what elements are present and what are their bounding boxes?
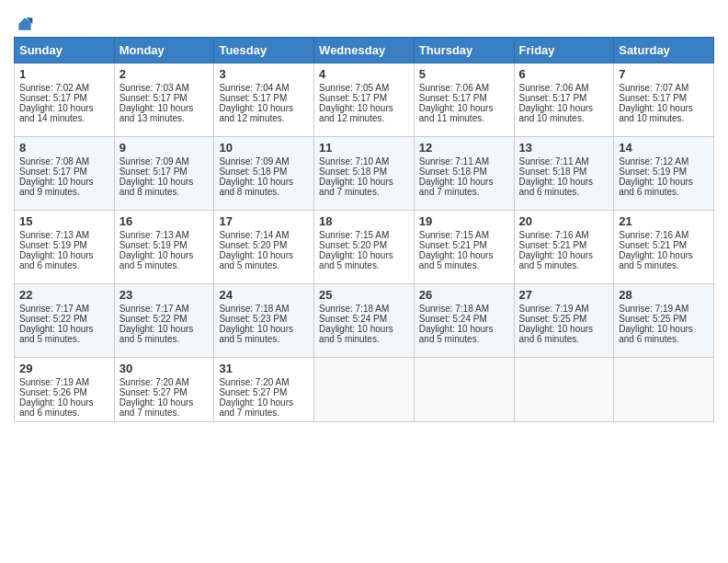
sunset-text: Sunset: 5:24 PM [319,314,409,324]
day-number: 1 [19,67,109,81]
sunrise-text: Sunrise: 7:03 AM [119,83,210,93]
calendar-cell: 11Sunrise: 7:10 AMSunset: 5:18 PMDayligh… [314,137,415,211]
calendar-cell: 3Sunrise: 7:04 AMSunset: 5:17 PMDaylight… [214,63,314,137]
calendar-week-row: 1Sunrise: 7:02 AMSunset: 5:17 PMDaylight… [15,63,714,137]
calendar-cell: 15Sunrise: 7:13 AMSunset: 5:19 PMDayligh… [15,211,115,284]
calendar-cell: 22Sunrise: 7:17 AMSunset: 5:22 PMDayligh… [15,284,115,358]
calendar-cell [614,358,714,422]
day-number: 26 [419,288,509,302]
daylight-text: Daylight: 10 hours and 8 minutes. [219,177,309,197]
day-number: 9 [119,141,210,155]
sunrise-text: Sunrise: 7:17 AM [19,304,109,314]
daylight-text: Daylight: 10 hours and 12 minutes. [219,103,309,123]
calendar-week-row: 22Sunrise: 7:17 AMSunset: 5:22 PMDayligh… [15,284,714,358]
calendar-cell: 7Sunrise: 7:07 AMSunset: 5:17 PMDaylight… [614,63,714,137]
sunrise-text: Sunrise: 7:18 AM [419,304,509,314]
daylight-text: Daylight: 10 hours and 5 minutes. [219,250,309,270]
sunset-text: Sunset: 5:17 PM [19,93,109,103]
day-number: 22 [19,288,109,302]
daylight-text: Daylight: 10 hours and 5 minutes. [119,250,210,270]
sunrise-text: Sunrise: 7:19 AM [619,304,709,314]
day-number: 21 [619,214,709,228]
daylight-text: Daylight: 10 hours and 11 minutes. [419,103,509,123]
calendar-cell: 19Sunrise: 7:15 AMSunset: 5:21 PMDayligh… [414,211,514,284]
logo-icon [16,15,34,33]
sunset-text: Sunset: 5:27 PM [219,387,309,397]
sunrise-text: Sunrise: 7:18 AM [219,304,309,314]
sunset-text: Sunset: 5:19 PM [119,240,210,250]
sunrise-text: Sunrise: 7:16 AM [619,230,709,240]
daylight-text: Daylight: 10 hours and 6 minutes. [519,324,609,344]
sunset-text: Sunset: 5:18 PM [319,167,409,177]
daylight-text: Daylight: 10 hours and 5 minutes. [419,250,509,270]
day-number: 24 [219,288,309,302]
sunset-text: Sunset: 5:27 PM [119,387,210,397]
sunset-text: Sunset: 5:17 PM [19,167,109,177]
sunrise-text: Sunrise: 7:20 AM [219,377,309,387]
sunrise-text: Sunrise: 7:05 AM [319,83,409,93]
sunrise-text: Sunrise: 7:19 AM [519,304,609,314]
daylight-text: Daylight: 10 hours and 9 minutes. [19,177,109,197]
daylight-text: Daylight: 10 hours and 5 minutes. [219,324,309,344]
day-number: 27 [519,288,609,302]
sunset-text: Sunset: 5:20 PM [319,240,409,250]
sunset-text: Sunset: 5:23 PM [219,314,309,324]
sunrise-text: Sunrise: 7:15 AM [319,230,409,240]
calendar-cell: 14Sunrise: 7:12 AMSunset: 5:19 PMDayligh… [614,137,714,211]
calendar-cell: 26Sunrise: 7:18 AMSunset: 5:24 PMDayligh… [414,284,514,358]
day-number: 16 [119,214,210,228]
sunrise-text: Sunrise: 7:20 AM [119,377,210,387]
day-number: 7 [619,67,709,81]
calendar-cell: 13Sunrise: 7:11 AMSunset: 5:18 PMDayligh… [514,137,614,211]
day-number: 30 [119,362,210,375]
sunset-text: Sunset: 5:18 PM [419,167,509,177]
sunset-text: Sunset: 5:17 PM [519,93,609,103]
sunset-text: Sunset: 5:18 PM [519,167,609,177]
calendar-cell: 5Sunrise: 7:06 AMSunset: 5:17 PMDaylight… [414,63,514,137]
day-number: 25 [319,288,409,302]
sunset-text: Sunset: 5:21 PM [619,240,709,250]
calendar-cell: 16Sunrise: 7:13 AMSunset: 5:19 PMDayligh… [114,211,214,284]
calendar-week-row: 29Sunrise: 7:19 AMSunset: 5:26 PMDayligh… [15,358,714,422]
daylight-text: Daylight: 10 hours and 5 minutes. [19,324,109,344]
calendar-cell: 1Sunrise: 7:02 AMSunset: 5:17 PMDaylight… [15,63,115,137]
daylight-text: Daylight: 10 hours and 6 minutes. [19,397,109,418]
day-number: 12 [419,141,509,155]
sunrise-text: Sunrise: 7:19 AM [19,377,109,387]
day-number: 2 [119,67,210,81]
calendar-cell: 2Sunrise: 7:03 AMSunset: 5:17 PMDaylight… [114,63,214,137]
day-number: 4 [319,67,409,81]
sunset-text: Sunset: 5:17 PM [419,93,509,103]
calendar-cell: 12Sunrise: 7:11 AMSunset: 5:18 PMDayligh… [414,137,514,211]
sunset-text: Sunset: 5:22 PM [19,314,109,324]
sunset-text: Sunset: 5:21 PM [419,240,509,250]
sunrise-text: Sunrise: 7:04 AM [219,83,309,93]
daylight-text: Daylight: 10 hours and 13 minutes. [119,103,210,123]
calendar-cell [314,358,415,422]
calendar-cell: 17Sunrise: 7:14 AMSunset: 5:20 PMDayligh… [214,211,314,284]
calendar-cell: 29Sunrise: 7:19 AMSunset: 5:26 PMDayligh… [15,358,115,422]
daylight-text: Daylight: 10 hours and 5 minutes. [419,324,509,344]
calendar-cell: 9Sunrise: 7:09 AMSunset: 5:17 PMDaylight… [114,137,214,211]
sunrise-text: Sunrise: 7:16 AM [519,230,609,240]
daylight-text: Daylight: 10 hours and 7 minutes. [119,397,210,418]
sunrise-text: Sunrise: 7:14 AM [219,230,309,240]
sunrise-text: Sunrise: 7:09 AM [119,156,210,167]
day-number: 17 [219,214,309,228]
calendar-body: 1Sunrise: 7:02 AMSunset: 5:17 PMDaylight… [15,63,714,422]
calendar-cell: 27Sunrise: 7:19 AMSunset: 5:25 PMDayligh… [514,284,614,358]
sunrise-text: Sunrise: 7:11 AM [419,156,509,167]
sunrise-text: Sunrise: 7:06 AM [519,83,609,93]
daylight-text: Daylight: 10 hours and 14 minutes. [19,103,109,123]
day-number: 14 [619,141,709,155]
sunset-text: Sunset: 5:20 PM [219,240,309,250]
day-number: 10 [219,141,309,155]
daylight-text: Daylight: 10 hours and 6 minutes. [619,324,709,344]
day-number: 13 [519,141,609,155]
calendar-cell: 28Sunrise: 7:19 AMSunset: 5:25 PMDayligh… [614,284,714,358]
day-number: 18 [319,214,409,228]
day-number: 8 [19,141,109,155]
daylight-text: Daylight: 10 hours and 6 minutes. [19,250,109,270]
daylight-text: Daylight: 10 hours and 7 minutes. [319,177,409,197]
daylight-text: Daylight: 10 hours and 6 minutes. [519,177,609,197]
